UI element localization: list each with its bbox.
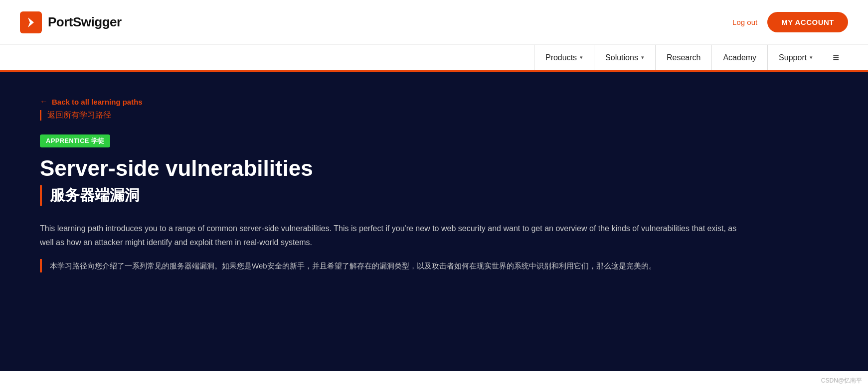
back-link-translation: 返回所有学习路径 <box>40 110 828 121</box>
nav-item-academy[interactable]: Academy <box>712 45 768 70</box>
nav-label-support: Support <box>779 53 807 62</box>
my-account-button[interactable]: MY ACCOUNT <box>767 12 848 32</box>
nav-label-research: Research <box>667 53 700 62</box>
nav-label-products: Products <box>545 53 577 62</box>
main-content: ← Back to all learning paths 返回所有学习路径 AP… <box>0 72 868 371</box>
nav-label-solutions: Solutions <box>605 53 638 62</box>
page-title-translation: 服务器端漏洞 <box>40 185 828 206</box>
description-text: This learning path introduces you to a r… <box>40 222 738 249</box>
back-arrow-icon: ← <box>40 97 48 106</box>
logout-link[interactable]: Log out <box>732 18 757 26</box>
header-right: Log out MY ACCOUNT <box>732 12 848 32</box>
nav-item-support[interactable]: Support ▾ <box>768 45 824 70</box>
portswigger-logo-icon <box>20 11 42 33</box>
logo-text: PortSwigger <box>48 14 122 30</box>
page-title: Server-side vulnerabilities <box>40 156 828 180</box>
nav-item-solutions[interactable]: Solutions ▾ <box>594 45 656 70</box>
header: PortSwigger Log out MY ACCOUNT <box>0 0 868 45</box>
back-to-learning-paths-link[interactable]: ← Back to all learning paths <box>40 97 828 106</box>
difficulty-badge: APPRENTICE 学徒 <box>40 134 110 147</box>
chevron-down-icon-solutions: ▾ <box>641 54 644 61</box>
nav-item-research[interactable]: Research <box>656 45 712 70</box>
nav-item-products[interactable]: Products ▾ <box>534 45 594 70</box>
hamburger-menu-button[interactable]: ≡ <box>824 45 848 70</box>
hamburger-icon: ≡ <box>833 51 839 64</box>
nav-bar: Products ▾ Solutions ▾ Research Academy … <box>0 45 868 72</box>
description-translation: 本学习路径向您介绍了一系列常见的服务器端漏洞。如果您是Web安全的新手，并且希望… <box>40 259 738 272</box>
nav-label-academy: Academy <box>723 53 756 62</box>
svg-marker-0 <box>28 17 34 27</box>
chevron-down-icon-support: ▾ <box>810 54 813 61</box>
back-link-label: Back to all learning paths <box>52 98 143 106</box>
logo-area: PortSwigger <box>20 11 122 33</box>
chevron-down-icon-products: ▾ <box>580 54 583 61</box>
